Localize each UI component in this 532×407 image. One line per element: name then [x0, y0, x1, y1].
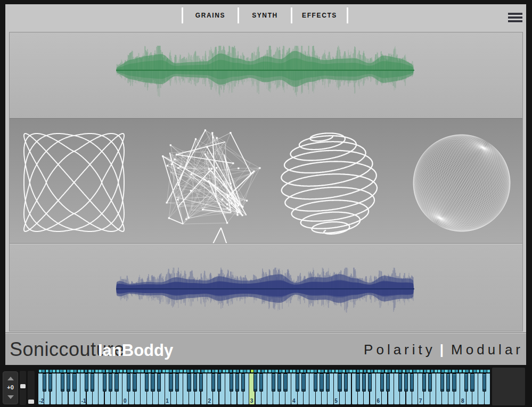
- piano-key-black[interactable]: [380, 373, 384, 392]
- piano-key-black[interactable]: [103, 373, 107, 392]
- piano-key-black[interactable]: [283, 373, 287, 392]
- key-range-cap: [441, 370, 444, 372]
- piano-key-black[interactable]: [241, 373, 245, 392]
- scroll-track[interactable]: [20, 371, 26, 405]
- piano-key-black[interactable]: [314, 373, 317, 392]
- piano-key-black[interactable]: [446, 373, 450, 392]
- piano-key-black[interactable]: [230, 373, 233, 392]
- key-range-cap: [487, 370, 490, 372]
- tab-effects[interactable]: EFFECTS: [293, 7, 346, 23]
- waveform-spikes: [117, 46, 413, 70]
- piano-key-black[interactable]: [259, 373, 263, 392]
- key-range-cap: [286, 370, 289, 372]
- octave-label: 0: [124, 398, 127, 404]
- piano-key-black[interactable]: [320, 373, 323, 392]
- piano-key-black[interactable]: [253, 373, 257, 392]
- visualizer-canvas: [9, 118, 523, 243]
- piano-key-black[interactable]: [470, 373, 474, 392]
- piano-key-black[interactable]: [61, 373, 64, 392]
- piano-key-black[interactable]: [211, 373, 215, 392]
- piano-key-black[interactable]: [452, 373, 456, 392]
- piano-key-black[interactable]: [175, 373, 179, 392]
- key-range-cap: [113, 370, 116, 372]
- key-range-cap: [416, 370, 419, 372]
- key-range-cap: [180, 370, 183, 372]
- piano-key-black[interactable]: [356, 373, 359, 392]
- piano-key-black[interactable]: [398, 373, 402, 392]
- piano-key-black[interactable]: [91, 373, 94, 392]
- key-range-cap: [39, 370, 42, 372]
- key-range-cap: [473, 370, 476, 372]
- piano-key-black[interactable]: [67, 373, 70, 392]
- piano-key-black[interactable]: [440, 373, 444, 392]
- piano-key-black[interactable]: [157, 373, 161, 392]
- piano-key-black[interactable]: [72, 373, 76, 392]
- key-range-cap: [162, 370, 165, 372]
- octave-label: 3: [250, 398, 253, 404]
- piano-key-black[interactable]: [127, 373, 130, 392]
- piano-keyboard[interactable]: -2-1012345678: [38, 370, 490, 404]
- piano-key-black[interactable]: [386, 373, 390, 392]
- piano-key-black[interactable]: [85, 373, 88, 392]
- transpose-down-icon[interactable]: [7, 395, 14, 399]
- tab-synth[interactable]: SYNTH: [240, 7, 290, 23]
- piano-key-black[interactable]: [404, 373, 408, 392]
- piano-key-black[interactable]: [326, 373, 330, 392]
- piano-key-black[interactable]: [464, 373, 468, 392]
- piano-key-black[interactable]: [114, 373, 118, 392]
- piano-key-black[interactable]: [428, 373, 432, 392]
- key-range-cap: [378, 370, 380, 372]
- key-range-cap: [254, 370, 257, 372]
- key-range-cap: [152, 370, 154, 372]
- key-range-cap: [99, 370, 101, 372]
- key-range-cap: [452, 370, 455, 372]
- key-range-cap: [438, 370, 440, 372]
- piano-key-black[interactable]: [422, 373, 426, 392]
- key-range-cap: [169, 370, 172, 372]
- grain-sample-waveform[interactable]: [116, 46, 414, 97]
- piano-key-black[interactable]: [43, 373, 46, 392]
- piano-key-black[interactable]: [169, 373, 173, 392]
- piano-key-black[interactable]: [338, 373, 341, 392]
- key-range-cap: [332, 370, 334, 372]
- key-range-cap: [184, 370, 186, 372]
- piano-key-black[interactable]: [482, 373, 486, 392]
- piano-key-black[interactable]: [344, 373, 348, 392]
- tab-grains[interactable]: GRAINS: [184, 7, 236, 23]
- piano-key-black[interactable]: [368, 373, 372, 392]
- piano-key-black[interactable]: [187, 373, 191, 392]
- source-sample-waveform[interactable]: [116, 268, 414, 314]
- piano-key-black[interactable]: [362, 373, 366, 392]
- piano-key-black[interactable]: [296, 373, 299, 392]
- transpose-up-icon[interactable]: [7, 377, 14, 380]
- piano-key-black[interactable]: [133, 373, 136, 392]
- piano-key-black[interactable]: [109, 373, 112, 392]
- piano-key-black[interactable]: [48, 373, 52, 392]
- piano-key-black[interactable]: [277, 373, 281, 392]
- piano-key-black[interactable]: [193, 373, 197, 392]
- transpose-control[interactable]: +0: [3, 371, 18, 404]
- scroll-handle[interactable]: [20, 384, 26, 388]
- piano-key-black[interactable]: [272, 373, 275, 392]
- piano-key-black[interactable]: [199, 373, 203, 392]
- key-range-cap: [265, 370, 267, 372]
- key-range-cap: [360, 370, 363, 372]
- scroll-handle[interactable]: [28, 400, 34, 404]
- key-range-cap: [374, 370, 377, 372]
- octave-label: -1: [81, 398, 86, 404]
- piano-key-black[interactable]: [410, 373, 414, 392]
- piano-key-black[interactable]: [151, 373, 154, 392]
- key-range-cap: [145, 370, 148, 372]
- spiral-coil-sphere: [281, 133, 377, 234]
- key-range-cap: [56, 370, 59, 372]
- piano-key-black[interactable]: [235, 373, 239, 392]
- hamburger-menu-icon[interactable]: [508, 13, 522, 23]
- key-range-cap: [310, 370, 313, 372]
- key-range-cap: [459, 370, 462, 372]
- piano-key-black[interactable]: [217, 373, 221, 392]
- piano-key-black[interactable]: [145, 373, 149, 392]
- piano-key-black[interactable]: [301, 373, 305, 392]
- octave-label: 5: [334, 398, 338, 404]
- key-range-cap: [201, 370, 204, 372]
- scroll-track[interactable]: [28, 371, 35, 405]
